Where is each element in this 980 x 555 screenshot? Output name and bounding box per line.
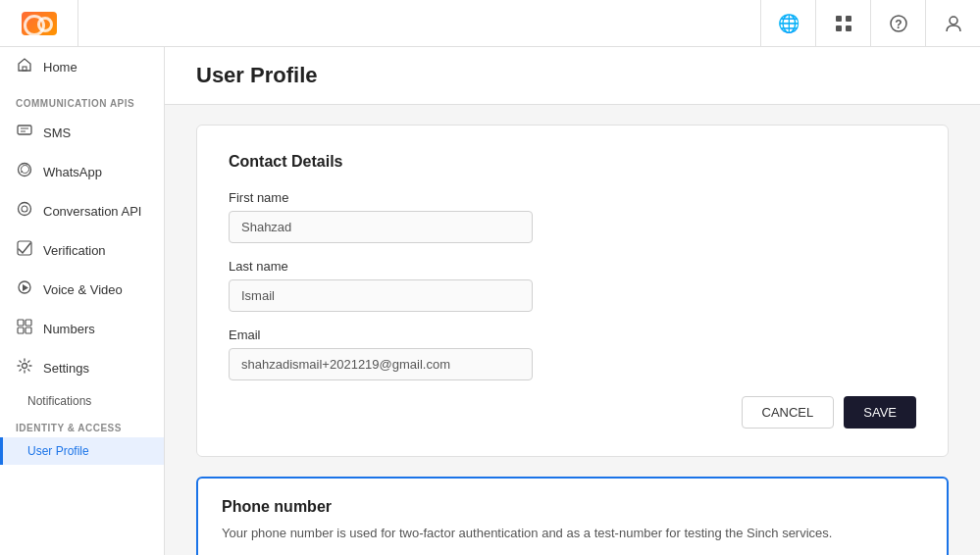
svg-rect-15 <box>26 320 31 326</box>
apps-button[interactable] <box>815 0 870 47</box>
first-name-group: First name <box>229 190 916 243</box>
cancel-button[interactable]: CANCEL <box>742 396 835 429</box>
sms-label: SMS <box>43 126 71 140</box>
save-button[interactable]: SAVE <box>844 396 916 429</box>
last-name-group: Last name <box>229 259 916 312</box>
conversation-icon <box>16 201 33 221</box>
phone-number-card: Phone number Your phone number is used f… <box>196 477 949 555</box>
logo-area <box>0 0 78 47</box>
sidebar-item-verification[interactable]: Verification <box>0 230 164 270</box>
contact-details-title: Contact Details <box>229 153 916 171</box>
phone-number-description: Your phone number is used for two-factor… <box>222 524 923 543</box>
sidebar-item-voice-video[interactable]: Voice & Video <box>0 270 164 309</box>
page-header: User Profile <box>165 47 980 105</box>
svg-rect-8 <box>18 126 31 134</box>
sidebar-sub-item-user-profile[interactable]: User Profile <box>0 437 164 465</box>
svg-point-18 <box>23 364 27 369</box>
svg-text:?: ? <box>895 18 902 31</box>
verification-label: Verification <box>43 243 106 258</box>
sidebar: Home Communication APIs SMS WhatsApp C <box>0 0 165 555</box>
svg-point-6 <box>950 17 957 25</box>
communication-apis-label: Communication APIs <box>0 86 164 113</box>
sidebar-item-settings[interactable]: Settings <box>0 348 164 387</box>
sidebar-item-numbers[interactable]: Numbers <box>0 309 164 348</box>
help-button[interactable]: ? <box>870 0 925 47</box>
nav-actions: 🌐 ? <box>760 0 980 47</box>
home-icon <box>16 57 33 76</box>
sidebar-item-home[interactable]: Home <box>0 47 164 86</box>
sidebar-item-conversation[interactable]: Conversation API <box>0 191 164 230</box>
numbers-label: Numbers <box>43 322 95 336</box>
user-button[interactable] <box>925 0 980 47</box>
last-name-input[interactable] <box>229 279 533 312</box>
form-actions: CANCEL SAVE <box>229 396 916 429</box>
conversation-label: Conversation API <box>43 204 141 219</box>
notifications-label: Notifications <box>27 394 91 408</box>
svg-rect-16 <box>18 328 24 333</box>
user-profile-label: User Profile <box>27 444 89 458</box>
svg-rect-14 <box>18 320 24 326</box>
svg-point-10 <box>19 203 31 216</box>
main-content: User Profile Contact Details First name … <box>165 0 980 555</box>
svg-rect-3 <box>846 25 851 31</box>
svg-rect-17 <box>26 328 31 333</box>
sidebar-item-whatsapp[interactable]: WhatsApp <box>0 152 164 191</box>
whatsapp-label: WhatsApp <box>43 165 102 179</box>
svg-rect-2 <box>836 25 842 31</box>
sms-icon <box>16 123 33 142</box>
phone-number-title: Phone number <box>222 498 923 516</box>
page-content-area: Contact Details First name Last name Ema… <box>165 105 980 555</box>
voice-video-label: Voice & Video <box>43 282 123 297</box>
email-label: Email <box>229 328 916 342</box>
first-name-input[interactable] <box>229 211 533 243</box>
home-label: Home <box>43 60 77 75</box>
svg-rect-12 <box>18 241 31 255</box>
top-navigation: 🌐 ? <box>0 0 980 47</box>
settings-icon <box>16 358 33 378</box>
first-name-label: First name <box>229 190 916 205</box>
verification-icon <box>16 240 33 260</box>
email-input[interactable] <box>229 348 533 380</box>
contact-details-card: Contact Details First name Last name Ema… <box>196 125 949 457</box>
last-name-label: Last name <box>229 259 916 274</box>
sinch-logo <box>22 12 57 35</box>
sidebar-item-sms[interactable]: SMS <box>0 113 164 152</box>
svg-point-11 <box>22 206 27 212</box>
sidebar-sub-item-notifications[interactable]: Notifications <box>0 387 164 415</box>
page-title: User Profile <box>196 63 949 88</box>
settings-label: Settings <box>43 361 89 376</box>
identity-access-label: Identity & AcCESS <box>0 415 164 437</box>
svg-rect-0 <box>836 16 842 22</box>
voice-video-icon <box>16 279 33 299</box>
numbers-icon <box>16 319 33 338</box>
email-group: Email <box>229 328 916 380</box>
svg-rect-1 <box>846 16 851 22</box>
whatsapp-icon <box>16 162 33 181</box>
globe-button[interactable]: 🌐 <box>760 0 815 47</box>
